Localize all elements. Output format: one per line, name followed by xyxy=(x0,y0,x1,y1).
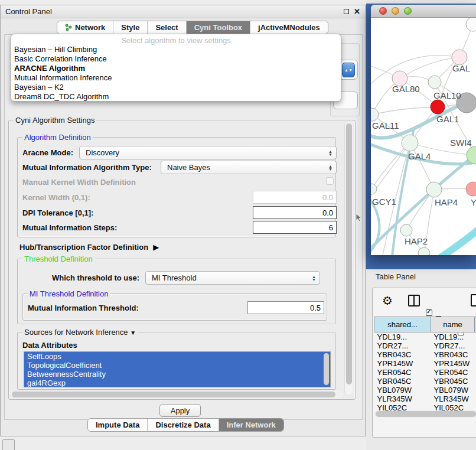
network-node-hap2[interactable] xyxy=(400,224,412,236)
combo-spinner-icon[interactable]: ▲▼ xyxy=(342,63,355,77)
attribute-item[interactable]: gal4RGexp xyxy=(24,379,330,387)
hub-expander[interactable]: Hub/Transcription Factor Definition ▶ xyxy=(19,243,159,252)
mi-type-label: Mutual Information Algorithm Type: xyxy=(22,163,152,172)
tab-label: Network xyxy=(75,23,105,32)
table-cell: YPR145W xyxy=(374,359,431,368)
tab-cyni-toolbox[interactable]: Cyni Toolbox xyxy=(187,21,250,34)
column-header[interactable]: name xyxy=(431,317,475,332)
export-table-icon[interactable] xyxy=(471,294,476,306)
table-horizontal-scrollbar[interactable] xyxy=(374,410,476,418)
table-row[interactable]: YER054CYER054C8. xyxy=(374,368,476,377)
table-cell: YBR045C xyxy=(374,377,431,386)
algorithm-option[interactable]: Bayesian – Hill Climbing xyxy=(11,45,341,54)
mi-threshold-group: MI Threshold Definition Mutual Informati… xyxy=(22,294,327,321)
settings-vertical-scrollbar[interactable] xyxy=(344,122,353,394)
minimize-button[interactable] xyxy=(392,7,399,15)
close-panel-icon[interactable]: ✕ xyxy=(354,8,360,15)
table-row[interactable]: YPR145WYPR145W9. xyxy=(374,359,476,368)
table-cell: YER054C xyxy=(374,368,431,377)
table-cell: YLR345W xyxy=(431,394,475,403)
collapsed-panel-button[interactable] xyxy=(2,439,15,450)
network-node-y[interactable] xyxy=(466,182,476,196)
show-columns-icon[interactable] xyxy=(408,295,420,306)
network-node-gal10[interactable] xyxy=(428,76,441,89)
network-node-gcy1[interactable] xyxy=(371,184,377,194)
mi-threshold-field[interactable]: 0.5 xyxy=(247,301,324,314)
node-attribute-table[interactable]: shared...nameA YDL19...YDL19...13YDR27..… xyxy=(374,317,476,412)
float-window-icon[interactable] xyxy=(344,9,349,14)
table-row[interactable]: YLR345WYLR345W9. xyxy=(374,394,476,403)
bottom-tab-label: Infer Network xyxy=(227,420,276,429)
algorithm-definition-group: Algorithm Definition Aracne Mode: Discov… xyxy=(17,137,336,237)
tab-network[interactable]: Network xyxy=(57,21,113,34)
aracne-mode-combo[interactable]: Discovery ▲▼ xyxy=(79,146,337,159)
mi-steps-field[interactable]: 6 xyxy=(253,221,337,234)
network-edge-highlighted[interactable] xyxy=(437,226,476,255)
aracne-mode-value: Discovery xyxy=(86,148,119,157)
table-cell: YDL19... xyxy=(431,332,475,342)
data-attributes-list[interactable]: SelfLoopsTopologicalCoefficientBetweenne… xyxy=(24,351,331,387)
algorithm-option[interactable]: Bayesian – K2 xyxy=(11,83,341,92)
apply-button[interactable]: Apply xyxy=(159,404,201,417)
algorithm-dropdown-hint: Select algorithm to view settings xyxy=(11,36,341,45)
table-row[interactable]: YDL19...YDL19...13 xyxy=(374,332,476,342)
column-header[interactable]: shared... xyxy=(374,317,431,332)
network-node-gal4[interactable] xyxy=(402,135,418,151)
sources-group: Sources for Network Inference ▼ Data Att… xyxy=(17,332,336,390)
network-window-titlebar[interactable] xyxy=(371,5,476,18)
table-row[interactable]: YBR043CYBR043C xyxy=(374,350,476,359)
tab-label: Cyni Toolbox xyxy=(194,23,242,32)
bottom-tabbar: Impute DataDiscretize DataInfer Network xyxy=(87,418,284,432)
settings-horizontal-scrollbar-thumb[interactable] xyxy=(12,392,335,397)
network-node-hap4[interactable] xyxy=(426,182,442,197)
network-node-gal11[interactable] xyxy=(371,108,379,121)
bottom-tab-infer-network[interactable]: Infer Network xyxy=(219,419,283,431)
network-node-gal1[interactable] xyxy=(431,100,445,114)
control-panel-titlebar[interactable]: Control Panel ✕ xyxy=(1,5,365,18)
algorithm-option[interactable]: Dream8 DC_TDC Algorithm xyxy=(11,92,341,102)
table-cell: YBL079W xyxy=(374,386,431,394)
sources-group-title[interactable]: Sources for Network Inference ▼ xyxy=(22,328,138,337)
algorithm-option[interactable]: Basic Correlation Inference xyxy=(11,54,341,64)
network-canvas[interactable]: GALGAL80GAL10GAL1GAL11SWI4GAL4GCY1HAP4YH… xyxy=(371,18,476,255)
tab-label: Style xyxy=(121,23,139,32)
select-all-checkbox-icon[interactable] xyxy=(426,309,432,316)
settings-vertical-scrollbar-thumb[interactable] xyxy=(346,123,352,384)
zoom-button[interactable] xyxy=(404,7,412,15)
algorithm-option[interactable]: Mutual Information Inference xyxy=(11,73,341,83)
attribute-item[interactable]: SelfLoops xyxy=(24,352,330,361)
bottom-tab-discretize-data[interactable]: Discretize Data xyxy=(148,419,219,431)
node-label-gal4: GAL4 xyxy=(408,151,431,161)
table-row[interactable]: YBR045CYBR045C9. xyxy=(374,377,476,386)
attribute-item[interactable]: BetweennessCentrality xyxy=(24,370,330,379)
mouse-cursor xyxy=(356,213,363,223)
manual-kernel-checkbox[interactable] xyxy=(326,177,334,185)
kernel-width-field[interactable]: 0.0 xyxy=(253,191,337,204)
tab-style[interactable]: Style xyxy=(113,21,148,34)
close-button[interactable] xyxy=(379,7,387,15)
attribute-item[interactable]: TopologicalCoefficient xyxy=(24,361,330,370)
network-edge[interactable] xyxy=(372,107,438,115)
attributes-list-scrollbar-thumb[interactable] xyxy=(324,353,329,385)
algorithm-option[interactable]: ARACNE Algorithm xyxy=(11,64,341,73)
network-icon xyxy=(65,24,72,31)
table-settings-gear-icon[interactable]: ⚙ xyxy=(382,295,393,307)
network-node[interactable] xyxy=(466,18,476,31)
table-horizontal-scrollbar-thumb[interactable] xyxy=(376,411,476,417)
dpi-tolerance-field[interactable]: 0.0 xyxy=(253,206,337,219)
desktop-blue-background: GALGAL80GAL10GAL1GAL11SWI4GAL4GCY1HAP4YH… xyxy=(366,4,476,269)
node-label-gcy1: GCY1 xyxy=(372,197,396,207)
bottom-tab-impute-data[interactable]: Impute Data xyxy=(88,419,148,431)
settings-horizontal-scrollbar[interactable] xyxy=(10,391,343,398)
expander-down-arrow-icon[interactable]: ▼ xyxy=(130,330,136,336)
network-graph[interactable]: GALGAL80GAL10GAL1GAL11SWI4GAL4GCY1HAP4YH… xyxy=(371,18,476,255)
mi-steps-label: Mutual Information Steps: xyxy=(22,223,117,232)
mi-type-combo[interactable]: Naive Bayes ▲▼ xyxy=(161,161,337,174)
tab-jactivemnodules[interactable]: jActiveMNodules xyxy=(250,21,328,34)
table-row[interactable]: YDR27...YDR27...12 xyxy=(374,341,476,350)
expander-right-arrow-icon[interactable]: ▶ xyxy=(153,243,159,252)
tab-select[interactable]: Select xyxy=(148,21,186,34)
which-threshold-combo[interactable]: MI Threshold ▲▼ xyxy=(145,271,320,285)
table-row[interactable]: YBL079WYBL079W xyxy=(374,386,476,394)
cyni-algorithm-settings-group: Cyni Algorithm Settings Algorithm Defini… xyxy=(8,120,356,400)
